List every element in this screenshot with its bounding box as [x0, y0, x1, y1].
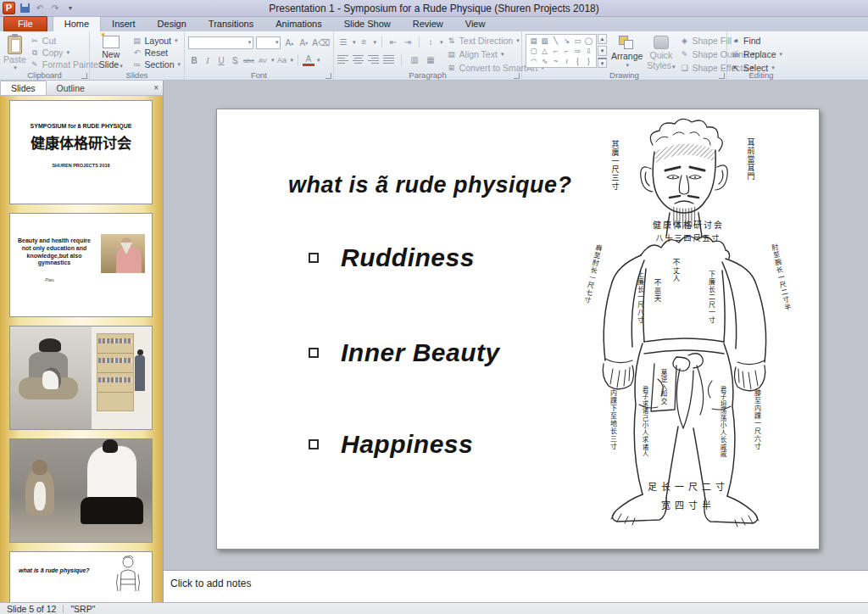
shape-icon[interactable]: ~ — [550, 56, 561, 66]
slide-title[interactable]: what is ã rude physique? — [288, 172, 572, 198]
text-direction-icon: ⇅ — [447, 36, 457, 46]
align-center-button[interactable] — [353, 55, 364, 64]
numbering-button[interactable]: ≡ — [359, 36, 370, 48]
shapes-more-button[interactable]: ▼ — [598, 58, 607, 68]
underline-button[interactable]: U — [215, 54, 227, 66]
shapes-scroll-down-button[interactable]: ▼ — [598, 46, 607, 56]
slide-thumbnail-5[interactable]: what is ã rude physique? — [9, 551, 153, 602]
paragraph-divider-3 — [401, 54, 402, 65]
bullet-item[interactable]: Happiness — [309, 430, 473, 459]
font-name-combobox[interactable]: ▾ — [188, 36, 253, 49]
bullets-button[interactable]: ☰ — [337, 36, 349, 48]
bullet-item[interactable]: Ruddiness — [309, 243, 475, 272]
shape-icon[interactable]: ↘ — [561, 36, 572, 46]
section-label: Section — [144, 59, 174, 70]
increase-indent-button[interactable]: ⇥ — [402, 36, 414, 48]
slide-thumbnail-4[interactable] — [9, 438, 153, 543]
tab-home[interactable]: Home — [53, 16, 101, 31]
arrange-button[interactable]: Arrange ▾ — [611, 34, 643, 71]
powerpoint-app-icon[interactable]: P — [3, 2, 15, 14]
bold-button[interactable]: B — [188, 54, 200, 66]
quick-styles-button[interactable]: Quick Styles▾ — [647, 34, 675, 71]
figure-label: 下廉长二尺一寸 — [707, 271, 714, 324]
shape-icon[interactable]: ◯ — [583, 36, 594, 46]
redo-button[interactable]: ↷ — [49, 3, 61, 14]
slide-thumbnail-1[interactable]: SYMPOSIUM for ã RUDE PHYSIQUE 健康体格研讨会 SH… — [9, 100, 153, 204]
undo-button[interactable]: ↶ — [34, 3, 46, 14]
figure-label: 君子求诸己小人求诸人 — [641, 386, 648, 458]
tab-file[interactable]: File — [3, 16, 47, 31]
paste-button[interactable]: Paste▾ — [3, 34, 26, 71]
slide-thumbnail-2[interactable]: Beauty and health require not only educa… — [9, 213, 153, 317]
shape-icon[interactable]: ▢ — [528, 46, 539, 56]
tab-slide-show[interactable]: Slide Show — [333, 17, 402, 31]
font-color-button[interactable]: A — [303, 55, 314, 66]
replace-button[interactable]: abReplace▾ — [731, 48, 792, 60]
customize-qat-button[interactable]: ▾ — [64, 3, 76, 14]
strikethrough-button[interactable]: abc — [242, 54, 255, 66]
character-spacing-button[interactable]: AV — [257, 54, 269, 66]
font-color-caret-icon: ▾ — [317, 57, 320, 64]
drawing-dialog-launcher[interactable] — [719, 73, 725, 79]
shape-icon[interactable]: ▤ — [528, 36, 539, 46]
shape-icon[interactable]: ⌐ — [550, 46, 561, 56]
bullet-item[interactable]: Inner Beauty — [309, 338, 500, 367]
shape-icon[interactable]: ⇩ — [583, 46, 594, 56]
section-button[interactable]: ≔Section▾ — [131, 59, 181, 70]
italic-button[interactable]: I — [202, 54, 214, 66]
tab-design[interactable]: Design — [147, 17, 198, 31]
shape-icon[interactable]: ▭ — [572, 36, 583, 46]
shapes-gallery[interactable]: ▤ ▧ ╲ ↘ ▭ ◯ ▢ △ ⌐ ⌐ ⇨ ⇩ ◠ ∿ ~ — [526, 34, 597, 68]
columns-button[interactable]: ▥ — [409, 53, 420, 65]
clear-formatting-button[interactable]: A⌫ — [312, 36, 330, 48]
paste-icon — [8, 36, 22, 54]
acupuncture-figure-image[interactable]: 其廣一尺三寸 耳前當耳門 健康体格研讨会 八十三四尺五寸 不丈人 不恶天 上廉长… — [563, 116, 814, 545]
text-shadow-button[interactable]: S — [229, 54, 241, 66]
clipboard-dialog-launcher[interactable] — [81, 73, 87, 79]
tab-slides-thumbnails[interactable]: Slides — [0, 81, 47, 95]
new-slide-button[interactable]: New Slide▾ — [93, 34, 128, 71]
save-button[interactable] — [19, 3, 31, 14]
shape-icon[interactable]: ⇨ — [572, 46, 583, 56]
font-divider — [298, 54, 298, 66]
tab-review[interactable]: Review — [402, 17, 454, 31]
align-right-button[interactable] — [368, 55, 379, 64]
tab-view[interactable]: View — [454, 17, 497, 31]
shape-icon[interactable]: ◠ — [528, 56, 539, 66]
shape-icon[interactable]: ▧ — [539, 36, 550, 46]
notes-pane[interactable]: Click to add notes — [164, 570, 868, 602]
font-size-combobox[interactable]: ▾ — [256, 36, 281, 49]
tab-animations[interactable]: Animations — [264, 17, 332, 31]
shape-icon[interactable]: ╲ — [550, 36, 561, 46]
table-layout-button[interactable]: ▦ — [425, 53, 437, 65]
drawing-group-label: Drawing — [522, 70, 726, 80]
reset-button[interactable]: ↶Reset — [131, 47, 181, 59]
shape-icon[interactable]: ≀ — [561, 56, 572, 66]
tab-outline[interactable]: Outline — [47, 81, 95, 95]
shape-icon[interactable]: { — [572, 56, 583, 66]
cap-shape — [39, 338, 61, 352]
shape-icon[interactable]: ∿ — [539, 56, 550, 66]
font-dialog-launcher[interactable] — [326, 73, 331, 79]
layout-button[interactable]: ▤Layout▾ — [131, 35, 181, 47]
paragraph-dialog-launcher[interactable] — [514, 73, 520, 79]
align-left-button[interactable] — [337, 55, 348, 64]
decrease-indent-button[interactable]: ⇤ — [387, 36, 399, 48]
tab-transitions[interactable]: Transitions — [198, 17, 264, 31]
arrange-icon — [619, 36, 636, 51]
shape-icon[interactable]: △ — [539, 46, 550, 56]
close-panel-icon[interactable]: × — [153, 83, 159, 92]
editing-group-label: Editing — [727, 70, 795, 80]
shape-icon[interactable]: } — [583, 56, 594, 66]
grow-font-button[interactable]: A▴ — [283, 36, 295, 48]
line-spacing-button[interactable]: ↕ — [425, 36, 437, 48]
find-button[interactable]: ⚭Find — [731, 35, 792, 47]
tab-insert[interactable]: Insert — [101, 17, 147, 31]
change-case-button[interactable]: Aa — [275, 54, 287, 66]
justify-button[interactable] — [383, 55, 394, 64]
shape-icon[interactable]: ⌐ — [561, 46, 572, 56]
slide-thumbnail-3[interactable] — [9, 326, 153, 430]
shapes-scroll-up-button[interactable]: ▲ — [598, 34, 607, 44]
current-slide-canvas[interactable]: what is ã rude physique? Ruddiness Inner… — [216, 109, 820, 550]
shrink-font-button[interactable]: A▾ — [298, 36, 309, 48]
